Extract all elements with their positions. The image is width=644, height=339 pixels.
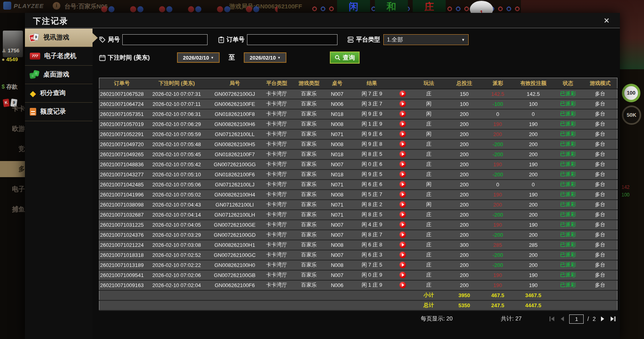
table-row: 260210071021224 2026-02-10 07:03:08 GN00… xyxy=(99,240,617,250)
cell-replay xyxy=(395,190,411,200)
cell-payout: -200 xyxy=(481,170,514,180)
cell-replay xyxy=(395,240,411,250)
cell-game-type: 百家乐 xyxy=(293,109,325,119)
cell-result: 闲 5 庄 7 xyxy=(349,190,394,200)
play-video-icon[interactable] xyxy=(399,211,406,218)
cell-result: 闲 8 庄 2 xyxy=(349,200,394,210)
table-row: 260210071064724 2026-02-10 07:07:11 GN00… xyxy=(99,99,617,109)
cell-time: 2026-02-10 07:03:08 xyxy=(144,240,209,250)
cell-platform: 卡卡湾厅 xyxy=(261,180,293,190)
calendar-icon xyxy=(99,54,106,61)
total-payout: 247.5 xyxy=(481,300,514,310)
order-number-input[interactable] xyxy=(247,34,337,45)
cell-round: GN007262100GB xyxy=(209,270,260,280)
sidebar-item-quota-records[interactable]: 额度记录 xyxy=(25,103,93,121)
cell-table-no: N007 xyxy=(325,159,349,170)
play-video-icon[interactable] xyxy=(399,262,406,268)
platform-type-select[interactable]: 1.全部 ▼ xyxy=(383,34,469,45)
table-row: 260210071009163 2026-02-10 07:02:04 GN00… xyxy=(99,280,617,290)
status-badge: 已派彩 xyxy=(553,180,583,190)
status-badge: 已派彩 xyxy=(553,129,583,139)
play-video-icon[interactable] xyxy=(399,191,406,198)
play-video-icon[interactable] xyxy=(399,232,406,238)
sidebar-item-video-games[interactable]: K9 视讯游戏 xyxy=(25,29,93,47)
cell-bet-side: 庄 xyxy=(411,230,447,240)
cell-order: 260210071057019 xyxy=(99,119,144,129)
info-icon: i xyxy=(53,2,60,10)
play-video-icon[interactable] xyxy=(399,111,406,117)
deposit-button: $ 存款 xyxy=(2,83,18,91)
date-to-picker[interactable]: 2026/02/10 ▼ xyxy=(244,52,286,63)
play-video-icon[interactable] xyxy=(399,131,406,137)
sidebar-item-points-query[interactable]: ◆ 积分查询 xyxy=(25,84,93,103)
sidebar-item-table-games[interactable]: :::: 桌面游戏 xyxy=(25,66,93,84)
cell-round: GN008262100H6 xyxy=(209,119,260,129)
cell-valid-bet: 0 xyxy=(514,180,553,190)
play-video-icon[interactable] xyxy=(399,221,406,228)
cell-result: 闲 9 庄 5 xyxy=(349,170,394,180)
cell-replay xyxy=(395,129,411,139)
page-separator: / xyxy=(587,316,589,322)
play-video-icon[interactable] xyxy=(399,151,406,157)
play-video-icon[interactable] xyxy=(399,201,406,208)
status-badge: 已派彩 xyxy=(553,240,583,250)
play-video-icon[interactable] xyxy=(399,252,406,258)
current-page-input[interactable]: 1 xyxy=(569,314,584,324)
last-page-icon[interactable] xyxy=(609,316,616,322)
col-platform: 平台类型 xyxy=(261,78,293,89)
round-number-input[interactable] xyxy=(122,34,208,45)
page-title: 下注记录 xyxy=(33,16,68,27)
cell-time: 2026-02-10 07:02:52 xyxy=(144,250,209,260)
cell-platform: 卡卡湾厅 xyxy=(261,149,293,159)
cell-payout: 142.5 xyxy=(481,89,514,99)
play-video-icon[interactable] xyxy=(399,171,406,178)
play-video-icon[interactable] xyxy=(399,121,406,127)
cell-result: 闲 6 庄 6 xyxy=(349,180,394,190)
table-header-row: 订单号 下注时间 (美东) 局号 平台类型 游戏类型 桌号 结果 玩法 总投注 … xyxy=(99,78,617,89)
close-icon[interactable]: × xyxy=(601,14,613,27)
date-from-picker[interactable]: 2026/02/10 ▼ xyxy=(177,52,220,63)
col-replay xyxy=(395,78,411,89)
cell-result: 闲 3 庄 7 xyxy=(349,99,394,109)
cell-order: 260210071064724 xyxy=(99,99,144,109)
cell-result: 闲 4 庄 9 xyxy=(349,220,394,230)
cell-round: GN071262100LJ xyxy=(209,180,260,190)
play-video-icon[interactable] xyxy=(399,272,406,278)
cell-time: 2026-02-10 07:04:05 xyxy=(144,220,209,230)
cell-game-type: 百家乐 xyxy=(293,200,325,210)
play-video-icon[interactable] xyxy=(399,141,406,147)
search-button[interactable]: 查询 xyxy=(330,52,360,64)
sidebar-item-slots[interactable]: 777 电子老虎机 xyxy=(25,47,93,66)
cell-round: GN007262100GG xyxy=(209,159,260,170)
cell-round: GN018262100F6 xyxy=(209,170,260,180)
cell-payout: 190 xyxy=(481,280,514,290)
play-video-icon[interactable] xyxy=(399,161,406,167)
grand-total-row: 总计 5350 247.5 4447.5 xyxy=(99,300,617,310)
first-page-icon[interactable] xyxy=(549,316,556,322)
cell-game-type: 百家乐 xyxy=(293,230,325,240)
cell-replay xyxy=(395,230,411,240)
play-video-icon[interactable] xyxy=(399,101,406,107)
cell-round: GN008262100H4 xyxy=(209,190,260,200)
cell-bet-side: 庄 xyxy=(411,210,447,220)
table-row: 260210071052291 2026-02-10 07:05:59 GN07… xyxy=(99,129,617,139)
play-video-icon[interactable] xyxy=(399,181,406,188)
table-row: 260210071009541 2026-02-10 07:02:06 GN00… xyxy=(99,270,617,280)
bg-menu-fishing: 捕鱼 xyxy=(0,201,25,217)
cell-payout: 190 xyxy=(481,159,514,170)
cell-bet-side: 庄 xyxy=(411,220,447,230)
prev-page-icon[interactable] xyxy=(559,316,566,322)
play-video-icon[interactable] xyxy=(399,282,406,288)
play-video-icon[interactable] xyxy=(399,242,406,248)
cell-replay xyxy=(395,260,411,270)
platform-selected-value: 1.全部 xyxy=(387,36,403,43)
search-button-label: 查询 xyxy=(343,54,355,62)
cell-result: 闲 9 庄 9 xyxy=(349,109,394,119)
cell-round: GN007262100GC xyxy=(209,250,260,260)
cell-round: GN007262100GE xyxy=(209,220,260,230)
cell-time: 2026-02-10 07:04:43 xyxy=(144,200,209,210)
next-page-icon[interactable] xyxy=(599,316,606,322)
cell-platform: 卡卡湾厅 xyxy=(261,240,293,250)
play-video-icon[interactable] xyxy=(399,91,406,97)
status-badge: 已派彩 xyxy=(553,280,583,290)
